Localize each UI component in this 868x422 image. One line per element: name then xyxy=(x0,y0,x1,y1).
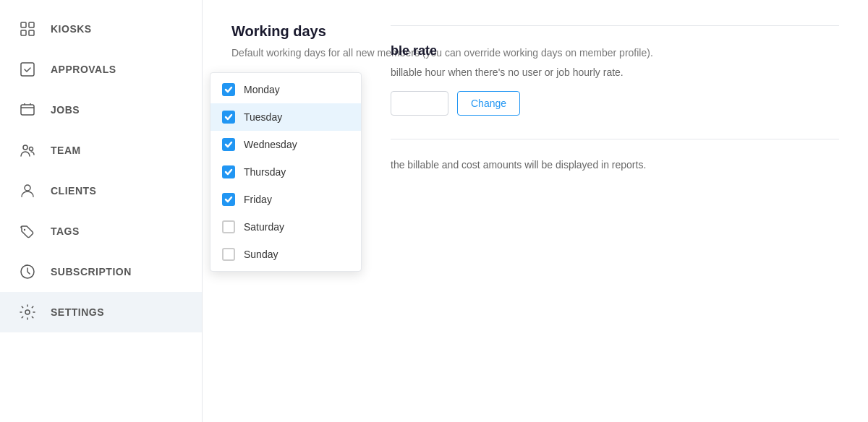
sidebar-item-label: JOBS xyxy=(51,104,80,116)
sunday-checkbox[interactable] xyxy=(222,248,235,261)
svg-point-6 xyxy=(23,145,27,150)
sidebar-item-settings[interactable]: SETTINGS xyxy=(0,292,202,332)
day-label: Wednesday xyxy=(244,139,297,150)
sidebar-item-jobs[interactable]: JOBS xyxy=(0,90,202,130)
divider-2 xyxy=(391,139,839,139)
dropdown-item-friday[interactable]: Friday xyxy=(210,186,361,213)
svg-rect-1 xyxy=(29,22,34,27)
dropdown-item-monday[interactable]: Monday xyxy=(210,76,361,103)
sidebar-item-approvals[interactable]: APPROVALS xyxy=(0,49,202,90)
sidebar-item-kiosks[interactable]: KIOSKS xyxy=(0,9,202,49)
tags-icon xyxy=(17,221,38,241)
saturday-checkbox[interactable] xyxy=(222,220,235,233)
svg-rect-3 xyxy=(29,30,34,35)
sidebar-item-label: SETTINGS xyxy=(51,306,104,318)
sidebar-item-label: KIOSKS xyxy=(51,23,92,35)
friday-checkbox[interactable] xyxy=(222,193,235,206)
clients-icon xyxy=(17,181,38,201)
divider-1 xyxy=(391,25,839,26)
dropdown-item-tuesday[interactable]: Tuesday xyxy=(210,103,361,131)
svg-point-11 xyxy=(25,310,30,314)
day-label: Monday xyxy=(244,84,280,95)
sidebar-item-label: APPROVALS xyxy=(51,64,116,75)
sidebar-item-team[interactable]: TEAM xyxy=(0,130,202,171)
sidebar: KIOSKS APPROVALS JOBS TEAM CLIENTS TAGS xyxy=(0,0,203,422)
billable-rate-controls: Change xyxy=(391,91,839,116)
sidebar-item-tags[interactable]: TAGS xyxy=(0,211,202,251)
task-favorites-label: task favorites xyxy=(391,0,450,2)
wednesday-checkbox[interactable] xyxy=(222,138,235,151)
billable-rate-input[interactable] xyxy=(391,91,448,116)
sidebar-item-label: SUBSCRIPTION xyxy=(51,266,132,277)
svg-rect-0 xyxy=(21,22,26,27)
jobs-icon xyxy=(17,100,38,120)
svg-rect-2 xyxy=(21,30,26,35)
sidebar-item-label: TAGS xyxy=(51,225,80,237)
day-label: Saturday xyxy=(244,221,284,233)
favorites-section: avorites most used jobs and tasks as fav… xyxy=(391,0,839,2)
dropdown-item-sunday[interactable]: Sunday xyxy=(210,241,361,268)
dropdown-item-wednesday[interactable]: Wednesday xyxy=(210,131,361,158)
team-icon xyxy=(17,140,38,160)
grid-icon xyxy=(17,19,38,39)
day-label: Thursday xyxy=(244,166,286,178)
day-label: Sunday xyxy=(244,249,278,260)
main-content: Working days Default working days for al… xyxy=(203,0,868,422)
settings-icon xyxy=(17,302,38,322)
sidebar-item-clients[interactable]: CLIENTS xyxy=(0,171,202,211)
subscription-icon xyxy=(17,262,38,282)
svg-point-7 xyxy=(30,147,33,151)
change-button[interactable]: Change xyxy=(457,91,520,116)
bottom-note: the billable and cost amounts will be di… xyxy=(391,157,839,173)
sidebar-item-label: TEAM xyxy=(51,145,81,156)
approvals-icon xyxy=(17,59,38,79)
behind-dropdown-content: avorites most used jobs and tasks as fav… xyxy=(391,0,839,173)
dropdown-item-thursday[interactable]: Thursday xyxy=(210,158,361,186)
sidebar-item-label: CLIENTS xyxy=(51,185,96,197)
favorites-toggle-row: task favorites xyxy=(391,0,839,2)
billable-rate-desc: billable hour when there's no user or jo… xyxy=(391,64,839,80)
working-days-dropdown: Monday Tuesday Wednesday Thursday Friday xyxy=(210,72,362,272)
tuesday-checkbox[interactable] xyxy=(222,111,235,124)
svg-point-9 xyxy=(24,229,25,231)
svg-rect-5 xyxy=(21,105,34,115)
monday-checkbox[interactable] xyxy=(222,83,235,96)
day-label: Friday xyxy=(244,194,272,205)
svg-point-8 xyxy=(25,185,30,191)
day-label: Tuesday xyxy=(244,111,282,123)
svg-rect-4 xyxy=(21,63,34,76)
sidebar-item-subscription[interactable]: SUBSCRIPTION xyxy=(0,251,202,292)
thursday-checkbox[interactable] xyxy=(222,165,235,178)
dropdown-item-saturday[interactable]: Saturday xyxy=(210,213,361,241)
